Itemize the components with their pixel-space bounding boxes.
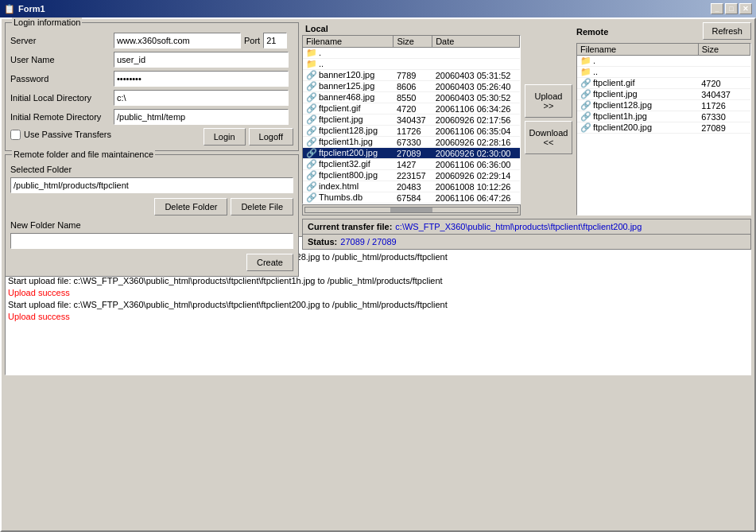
file-size: 20483 — [394, 181, 432, 192]
delete-file-button[interactable]: Delete File — [231, 198, 293, 216]
remote-label: Remote — [576, 27, 608, 37]
table-row[interactable]: 🔗ftpclient1h.jpg 67330 — [577, 111, 750, 122]
file-size: 11726 — [394, 126, 432, 137]
table-row[interactable]: 🔗ftpclient128.jpg 11726 — [577, 100, 750, 111]
file-name: 🔗ftpclient200.jpg — [303, 148, 394, 159]
local-scrollbar[interactable] — [302, 204, 521, 216]
folder-maintenance-group: Remote folder and file maintainence Sele… — [5, 154, 299, 277]
create-button[interactable]: Create — [246, 254, 293, 271]
file-date: 20060403 05:30:52 — [432, 92, 520, 103]
file-name: 🔗ftpclient1h.jpg — [577, 111, 698, 122]
file-size: 223157 — [394, 170, 432, 181]
local-col-filename[interactable]: Filename — [303, 36, 394, 48]
table-row[interactable]: 🔗ftpclient200.jpg 27089 20060926 02:30:0… — [303, 148, 520, 159]
folder-maintenance-label: Remote folder and file maintainence — [12, 150, 155, 159]
file-icon: 🔗 — [580, 78, 591, 88]
table-row[interactable]: 🔗ftpclient.jpg 340437 — [577, 89, 750, 100]
remote-col-filename[interactable]: Filename — [577, 44, 698, 56]
file-icon: 🔗 — [306, 70, 317, 80]
table-row[interactable]: 🔗ftpclient.gif 4720 20061106 06:34:26 — [303, 103, 520, 115]
passive-row: Use Passive Transfers — [10, 130, 111, 140]
download-label: Download — [529, 128, 568, 138]
file-icon: 🔗 — [580, 89, 591, 99]
table-row[interactable]: 📁.. — [577, 67, 750, 78]
current-transfer-label: Current transfer file: — [308, 222, 392, 231]
file-name: 🔗ftpclient32.gif — [303, 159, 394, 170]
port-input[interactable] — [263, 33, 287, 49]
table-row[interactable]: 📁. — [577, 56, 750, 67]
table-row[interactable]: 🔗ftpclient800.jpg 223157 20060926 02:29:… — [303, 170, 520, 181]
login-group: Login information Server Port User Name … — [5, 22, 299, 151]
download-arrows: << — [544, 138, 554, 147]
delete-folder-button[interactable]: Delete Folder — [154, 198, 227, 216]
local-panel: Local Filename Size Date — [302, 22, 521, 216]
file-size: 340437 — [394, 115, 432, 126]
file-date: 20060403 05:26:40 — [432, 81, 520, 92]
window-title: 📋 Form1 — [4, 4, 45, 14]
selected-folder-input[interactable] — [10, 177, 293, 193]
table-row[interactable]: 🔗ftpclient.gif 4720 — [577, 78, 750, 89]
file-date: 20060403 05:31:52 — [432, 70, 520, 81]
file-name: 🔗Thumbs.db — [303, 192, 394, 204]
file-date: 20061106 06:35:04 — [432, 126, 520, 137]
local-file-list[interactable]: Filename Size Date 📁. 📁.. 🔗banner120.jpg… — [302, 35, 521, 204]
refresh-button[interactable]: Refresh — [703, 22, 751, 40]
transfer-info: Current transfer file: c:\WS_FTP_X360\pu… — [302, 219, 751, 235]
table-row[interactable]: 📁. — [303, 48, 520, 59]
username-input[interactable] — [114, 52, 289, 68]
table-row[interactable]: 🔗banner468.jpg 8550 20060403 05:30:52 — [303, 92, 520, 103]
window-controls: _ □ ✕ — [711, 3, 752, 14]
table-row[interactable]: 🔗Thumbs.db 67584 20061106 06:47:26 — [303, 192, 520, 204]
file-icon: 🔗 — [306, 115, 317, 125]
local-col-date[interactable]: Date — [432, 36, 520, 48]
table-row[interactable]: 🔗banner120.jpg 7789 20060403 05:31:52 — [303, 70, 520, 81]
title-bar: 📋 Form1 _ □ ✕ — [0, 0, 756, 17]
log-line: Upload success — [8, 311, 748, 323]
passive-checkbox[interactable] — [10, 130, 21, 140]
download-button[interactable]: Download << — [525, 121, 572, 154]
maximize-button[interactable]: □ — [725, 3, 738, 14]
file-icon: 🔗 — [580, 122, 591, 133]
file-size — [698, 56, 750, 67]
password-input[interactable] — [114, 71, 289, 87]
file-icon: 🔗 — [306, 92, 317, 103]
remote-col-size[interactable]: Size — [698, 44, 750, 56]
server-input[interactable] — [114, 33, 241, 49]
logoff-button[interactable]: Logoff — [249, 128, 293, 146]
file-size: 8550 — [394, 92, 432, 103]
table-row[interactable]: 🔗ftpclient128.jpg 11726 20061106 06:35:0… — [303, 126, 520, 137]
table-row[interactable]: 🔗ftpclient200.jpg 27089 — [577, 122, 750, 134]
remote-dir-input[interactable] — [114, 109, 289, 125]
minimize-button[interactable]: _ — [711, 3, 723, 14]
file-size: 4720 — [394, 103, 432, 115]
table-row[interactable]: 🔗index.html 20483 20061008 10:12:26 — [303, 181, 520, 192]
local-dir-input[interactable] — [114, 90, 289, 106]
file-icon: 🔗 — [580, 111, 591, 122]
file-size: 4720 — [698, 78, 750, 89]
app-icon: 📋 — [4, 4, 15, 14]
main-window: Login information Server Port User Name … — [0, 17, 756, 532]
server-label: Server — [10, 36, 114, 45]
file-size: 11726 — [698, 100, 750, 111]
file-icon: 🔗 — [580, 100, 591, 111]
local-file-table: Filename Size Date 📁. 📁.. 🔗banner120.jpg… — [303, 36, 520, 204]
table-row[interactable]: 📁.. — [303, 59, 520, 70]
remote-file-list[interactable]: Filename Size 📁. 📁.. 🔗ftpclient.gif 4720… — [576, 43, 751, 216]
local-col-size[interactable]: Size — [394, 36, 432, 48]
file-name: 🔗banner120.jpg — [303, 70, 394, 81]
table-row[interactable]: 🔗ftpclient32.gif 1427 20061106 06:36:00 — [303, 159, 520, 170]
current-transfer-value: c:\WS_FTP_X360\public_html\products\ftpc… — [395, 222, 642, 231]
new-folder-input[interactable] — [10, 233, 293, 249]
upload-button[interactable]: Upload >> — [525, 84, 572, 118]
close-button[interactable]: ✕ — [739, 3, 752, 14]
remote-header: Remote Refresh — [576, 22, 751, 41]
upload-label: Upload — [535, 91, 563, 101]
file-date — [432, 48, 520, 59]
status-info: Status: 27089 / 27089 — [302, 235, 751, 250]
table-row[interactable]: 🔗ftpclient.jpg 340437 20060926 02:17:56 — [303, 115, 520, 126]
table-row[interactable]: 🔗ftpclient1h.jpg 67330 20060926 02:28:16 — [303, 137, 520, 148]
login-button[interactable]: Login — [204, 128, 246, 146]
passive-label: Use Passive Transfers — [24, 130, 111, 139]
file-date: 20060926 02:30:00 — [432, 148, 520, 159]
table-row[interactable]: 🔗banner125.jpg 8606 20060403 05:26:40 — [303, 81, 520, 92]
